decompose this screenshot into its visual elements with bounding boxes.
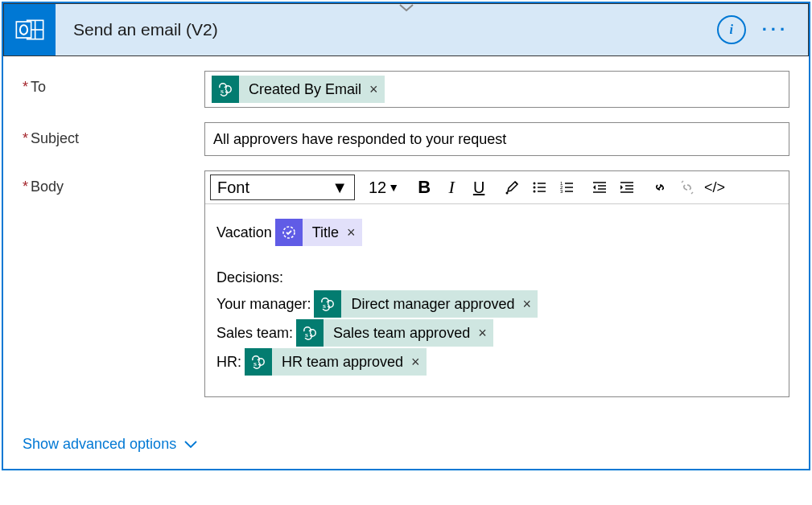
rte-toolbar: Font ▼ 12▼ B I U (205, 171, 789, 204)
sharepoint-icon: S (314, 290, 341, 318)
body-content[interactable]: Vacation Title × Decisions: (205, 204, 789, 396)
svg-line-32 (691, 192, 693, 194)
code-view-button[interactable]: </> (703, 176, 726, 199)
to-input[interactable]: S Created By Email × (204, 71, 789, 108)
sharepoint-icon: S (296, 319, 324, 347)
body-text: Decisions: (216, 267, 283, 289)
token-remove-icon[interactable]: × (478, 326, 487, 340)
italic-button[interactable]: I (440, 176, 463, 199)
body-text: Your manager: (216, 294, 311, 315)
to-row: *To S Created By Email × (23, 71, 789, 108)
subject-input-box[interactable] (204, 122, 789, 156)
outlook-icon (4, 4, 56, 55)
menu-button[interactable]: ··· (762, 19, 789, 40)
token-remove-icon[interactable]: × (523, 297, 532, 311)
indent-button[interactable] (616, 176, 638, 199)
card-title: Send an email (V2) (56, 20, 717, 39)
token-remove-icon[interactable]: × (411, 355, 420, 369)
token-created-by-email[interactable]: S Created By Email × (212, 76, 385, 103)
collapse-chevron-icon[interactable] (399, 2, 414, 14)
subject-label: *Subject (23, 122, 204, 147)
font-select[interactable]: Font ▼ (210, 174, 355, 200)
underline-button[interactable]: U (468, 176, 490, 199)
show-advanced-options[interactable]: Show advanced options (23, 436, 197, 453)
outdent-button[interactable] (588, 176, 611, 199)
token-label: Direct manager approved (341, 294, 522, 315)
token-sales-approved[interactable]: S Sales team approved × (296, 319, 493, 347)
number-list-button[interactable]: 123 (555, 176, 578, 199)
svg-rect-3 (16, 22, 31, 38)
bullet-list-button[interactable] (528, 176, 550, 199)
sharepoint-icon: S (245, 348, 272, 376)
bold-button[interactable]: B (413, 176, 435, 199)
color-picker-button[interactable] (501, 176, 523, 199)
link-button[interactable] (649, 176, 671, 199)
svg-line-31 (682, 181, 683, 183)
svg-point-11 (534, 183, 536, 185)
body-editor: Font ▼ 12▼ B I U (204, 170, 789, 397)
body-row: *Body Font ▼ 12▼ B I (23, 170, 789, 397)
body-text: Vacation (216, 222, 272, 244)
svg-point-12 (534, 187, 536, 189)
action-card: Send an email (V2) i ··· *To S Created B… (2, 2, 810, 470)
svg-text:S: S (305, 332, 308, 339)
token-label: Sales team approved (324, 322, 478, 344)
to-label: *To (23, 71, 204, 96)
svg-point-10 (506, 192, 509, 195)
subject-row: *Subject (23, 122, 789, 156)
token-hr-approved[interactable]: S HR team approved × (245, 348, 427, 376)
svg-point-13 (534, 191, 536, 193)
sharepoint-icon: S (212, 76, 239, 103)
chevron-down-icon (184, 436, 197, 453)
token-label: Created By Email (239, 81, 369, 98)
svg-text:S: S (253, 361, 257, 367)
body-label: *Body (23, 170, 204, 195)
card-body: *To S Created By Email × *Subject (3, 56, 809, 469)
font-size-select[interactable]: 12▼ (365, 179, 402, 197)
unlink-button[interactable] (676, 176, 699, 199)
token-label: Title (303, 222, 347, 244)
token-label: HR team approved (272, 351, 411, 373)
header-actions: i ··· (717, 15, 808, 44)
token-remove-icon[interactable]: × (347, 225, 356, 240)
svg-text:S: S (221, 88, 224, 95)
svg-text:3: 3 (560, 189, 563, 194)
token-remove-icon[interactable]: × (369, 82, 378, 96)
info-button[interactable]: i (717, 15, 746, 44)
body-text: Sales team: (216, 322, 293, 344)
token-title[interactable]: Title × (275, 219, 362, 246)
subject-input[interactable] (212, 128, 782, 151)
svg-text:S: S (323, 303, 326, 310)
token-manager-approved[interactable]: S Direct manager approved × (314, 290, 538, 318)
approvals-icon (275, 219, 303, 246)
body-text: HR: (216, 351, 241, 373)
